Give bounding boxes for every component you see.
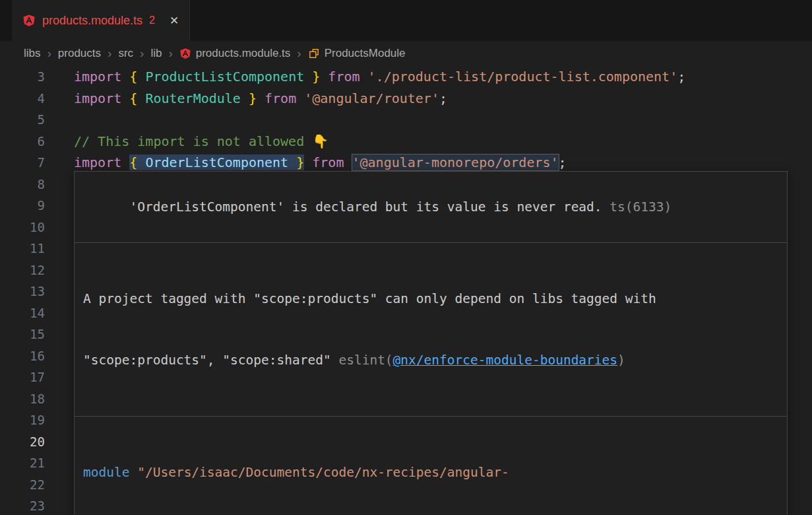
tab-bar: products.module.ts 2 ✕ bbox=[0, 0, 812, 41]
line-number: 19 bbox=[0, 409, 45, 431]
line-number: 22 bbox=[0, 474, 45, 496]
eslint-diagnostic-message: A project tagged with "scope:products" c… bbox=[75, 243, 787, 417]
vscode-window: products.module.ts 2 ✕ libs›products›src… bbox=[0, 0, 812, 515]
line-number: 11 bbox=[0, 238, 45, 259]
code-line-6[interactable]: 6// This import is not allowed 👇 bbox=[0, 131, 812, 153]
tab-title: products.module.ts bbox=[42, 14, 142, 28]
class-symbol-icon bbox=[308, 48, 320, 59]
line-number: 18 bbox=[0, 388, 45, 410]
code-line-7[interactable]: 7import { OrderListComponent } from '@an… bbox=[0, 152, 812, 174]
line-number: 13 bbox=[0, 281, 45, 302]
chevron-right-icon: › bbox=[168, 46, 172, 61]
code-line-5[interactable]: 5 bbox=[0, 109, 812, 131]
chevron-right-icon: › bbox=[108, 46, 111, 61]
line-number: 5 bbox=[0, 109, 45, 131]
line-number: 8 bbox=[0, 174, 45, 195]
diagnostic-source: ts(6133) bbox=[602, 199, 672, 215]
breadcrumb-label: src bbox=[118, 47, 133, 60]
breadcrumb: libs›products›src›lib› products.module.t… bbox=[0, 41, 812, 66]
code-text: import { ProductListComponent } from './… bbox=[74, 66, 812, 88]
breadcrumb-label: products.module.ts bbox=[196, 47, 291, 60]
line-number: 3 bbox=[0, 66, 45, 88]
module-line-1: module "/Users/isaac/Documents/code/nx-r… bbox=[83, 462, 778, 483]
diagnostic-text: 'OrderListComponent' is declared but its… bbox=[129, 199, 602, 215]
code-line-3[interactable]: 3import { ProductListComponent } from '.… bbox=[0, 66, 812, 88]
chevron-right-icon: › bbox=[47, 46, 51, 61]
code-text: import { OrderListComponent } from '@ang… bbox=[74, 152, 812, 174]
problem-hover-popup: 'OrderListComponent' is declared but its… bbox=[74, 171, 788, 515]
code-text: // This import is not allowed 👇 bbox=[74, 131, 812, 153]
angular-icon bbox=[22, 14, 36, 27]
breadcrumb-label: lib bbox=[150, 47, 162, 60]
line-number: 12 bbox=[0, 259, 45, 281]
breadcrumb-item-products[interactable]: products bbox=[58, 47, 101, 60]
code-text bbox=[74, 109, 812, 131]
chevron-right-icon: › bbox=[140, 46, 144, 61]
line-number: 7 bbox=[0, 152, 45, 174]
eslint-rule-link[interactable]: @nx/enforce-module-boundaries bbox=[393, 353, 617, 368]
line-number: 10 bbox=[0, 217, 45, 238]
close-icon[interactable]: ✕ bbox=[170, 14, 179, 28]
line-number: 9 bbox=[0, 195, 45, 217]
line-number: 4 bbox=[0, 88, 45, 110]
code-text: import { RouterModule } from '@angular/r… bbox=[74, 88, 812, 110]
line-number: 21 bbox=[0, 452, 45, 474]
line-number: 6 bbox=[0, 131, 45, 153]
line-number: 15 bbox=[0, 324, 45, 345]
line-number: 17 bbox=[0, 366, 45, 388]
breadcrumb-label: libs bbox=[24, 47, 41, 60]
breadcrumb-label: ProductsModule bbox=[325, 47, 406, 60]
breadcrumb-item-products-module-ts[interactable]: products.module.ts bbox=[179, 47, 291, 60]
line-number: 14 bbox=[0, 302, 45, 324]
line-number: 20 bbox=[0, 431, 45, 453]
tab-products-module-ts[interactable]: products.module.ts 2 ✕ bbox=[12, 0, 190, 41]
tab-problems-badge: 2 bbox=[149, 15, 155, 26]
angular-icon bbox=[179, 48, 191, 59]
breadcrumb-item-productsmodule[interactable]: ProductsModule bbox=[308, 47, 406, 60]
line-number: 16 bbox=[0, 345, 45, 367]
line-number: 23 bbox=[0, 495, 45, 515]
breadcrumb-item-src[interactable]: src bbox=[118, 47, 133, 60]
code-line-4[interactable]: 4import { RouterModule } from '@angular/… bbox=[0, 88, 812, 110]
breadcrumb-item-libs[interactable]: libs bbox=[24, 47, 41, 60]
breadcrumb-item-lib[interactable]: lib bbox=[150, 47, 162, 60]
breadcrumb-label: products bbox=[58, 47, 101, 60]
eslint-line-1: A project tagged with "scope:products" c… bbox=[83, 289, 778, 309]
eslint-line-2: "scope:products", "scope:shared" eslint(… bbox=[83, 350, 778, 370]
ts-diagnostic-message: 'OrderListComponent' is declared but its… bbox=[75, 172, 787, 243]
chevron-right-icon: › bbox=[297, 46, 301, 61]
module-info: module "/Users/isaac/Documents/code/nx-r… bbox=[75, 417, 787, 515]
